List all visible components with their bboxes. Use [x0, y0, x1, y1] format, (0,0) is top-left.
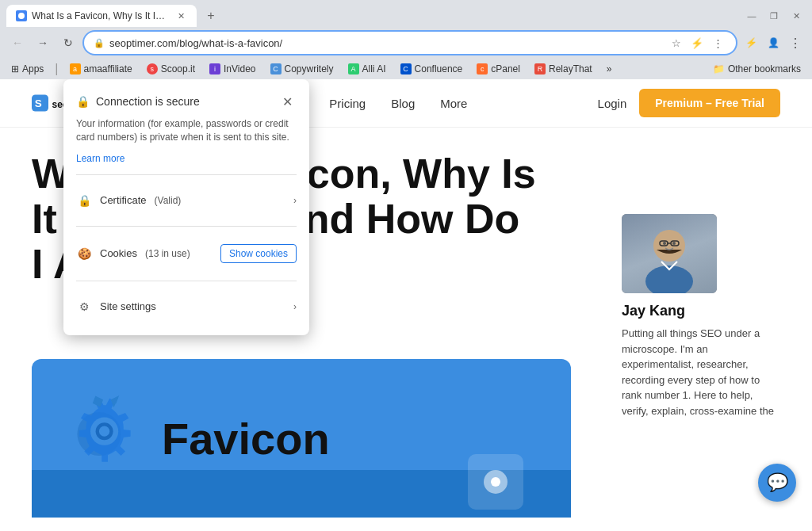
tab-bar: What Is a Favicon, Why Is It Imp... ✕ + … — [0, 0, 812, 27]
login-link[interactable]: Login — [598, 97, 627, 110]
bookmark-scoopit[interactable]: s Scoop.it — [142, 62, 200, 76]
address-bar-row: ← → ↻ 🔒 seoptimer.com/blog/what-is-a-fav… — [0, 27, 812, 60]
popup-certificate-left: 🔒 Certificate (Valid) — [76, 193, 181, 208]
certificate-icon: 🔒 — [76, 193, 92, 208]
folder-icon: 📁 — [713, 63, 725, 74]
tab-close-button[interactable]: ✕ — [174, 10, 187, 22]
toolbar-icons: ⚡ 👤 ⋮ — [741, 32, 806, 53]
certificate-value: (Valid) — [155, 195, 182, 206]
cpanel-label: cPanel — [491, 63, 520, 74]
bookmarks-separator: | — [55, 62, 58, 76]
site-settings-label: Site settings — [100, 300, 156, 312]
amaaffiliate-label: amaaffiliate — [84, 63, 132, 74]
site-settings-arrow-icon: › — [293, 301, 297, 312]
copywritely-label: Copywritely — [285, 63, 334, 74]
bookmark-star-icon[interactable]: ☆ — [668, 34, 685, 52]
active-tab[interactable]: What Is a Favicon, Why Is It Imp... ✕ — [6, 5, 197, 27]
nav-blog[interactable]: Blog — [391, 97, 415, 110]
apps-grid-icon: ⊞ — [11, 63, 19, 74]
bookmarks-more-label: » — [607, 63, 612, 74]
bookmarks-more-button[interactable]: » — [602, 62, 617, 76]
address-icons: ☆ ⚡ ⋮ — [668, 34, 726, 52]
popup-header: 🔒 Connection is secure ✕ — [76, 92, 297, 111]
chat-bubble[interactable]: 💬 — [758, 464, 796, 502]
svg-point-0 — [18, 13, 25, 19]
window-controls: — ❐ ✕ — [742, 6, 806, 25]
popup-cookies-item[interactable]: 🍪 Cookies (13 in use) Show cookies — [76, 236, 297, 271]
bookmark-copywritely[interactable]: C Copywritely — [266, 62, 339, 76]
popup-description: Your information (for example, passwords… — [76, 117, 297, 144]
security-popup: 🔒 Connection is secure ✕ Your informatio… — [63, 79, 309, 335]
premium-button[interactable]: Premium – Free Trial — [639, 89, 780, 117]
minimize-button[interactable]: — — [742, 6, 761, 25]
popup-title-row: 🔒 Connection is secure — [76, 95, 200, 108]
restore-button[interactable]: ❐ — [764, 6, 783, 25]
certificate-arrow-icon: › — [293, 195, 297, 206]
relaythat-favicon: R — [534, 63, 546, 74]
more-options-icon[interactable]: ⋮ — [709, 34, 726, 52]
new-tab-button[interactable]: + — [200, 5, 222, 27]
chrome-menu-icon[interactable]: ⋮ — [785, 32, 806, 53]
popup-divider — [76, 174, 297, 175]
invideo-label: InVideo — [224, 63, 255, 74]
close-window-button[interactable]: ✕ — [787, 6, 806, 25]
confluence-label: Confluence — [415, 63, 463, 74]
bookmark-alliai[interactable]: A Alli AI — [343, 62, 391, 76]
perf-icon[interactable]: ⚡ — [688, 34, 706, 52]
tab-favicon — [16, 10, 27, 21]
popup-learn-more-link[interactable]: Learn more — [76, 153, 124, 164]
site-actions: Login Premium – Free Trial — [598, 89, 780, 117]
apps-label: Apps — [22, 63, 44, 74]
bookmark-confluence[interactable]: C Confluence — [396, 62, 468, 76]
relaythat-label: RelayThat — [549, 63, 592, 74]
author-photo — [622, 214, 717, 293]
author-sidebar: Jay Kang Putting all things SEO under a … — [622, 214, 780, 418]
popup-close-button[interactable]: ✕ — [278, 92, 297, 111]
popup-site-settings-left: ⚙ Site settings — [76, 299, 156, 315]
bookmark-amaaffiliate[interactable]: a amaaffiliate — [65, 62, 137, 76]
nav-pricing[interactable]: Pricing — [329, 97, 366, 110]
scoopit-favicon: s — [147, 63, 158, 74]
bookmarks-bar: ⊞ Apps | a amaaffiliate s Scoop.it i InV… — [0, 60, 812, 79]
back-button[interactable]: ← — [6, 32, 29, 54]
address-bar[interactable]: 🔒 seoptimer.com/blog/what-is-a-favicon/ … — [82, 30, 737, 55]
favicon-icon-bottom — [468, 454, 523, 510]
show-cookies-button[interactable]: Show cookies — [220, 244, 297, 263]
svg-point-13 — [672, 242, 676, 245]
popup-site-settings-item[interactable]: ⚙ Site settings › — [76, 291, 297, 323]
scoopit-label: Scoop.it — [161, 63, 195, 74]
popup-divider2 — [76, 226, 297, 227]
alliai-favicon: A — [348, 63, 359, 74]
cookies-value: (13 in use) — [145, 248, 190, 259]
other-bookmarks[interactable]: 📁 Other bookmarks — [708, 62, 806, 76]
cookies-icon: 🍪 — [76, 246, 92, 262]
amaaffiliate-favicon: a — [70, 63, 81, 74]
confluence-favicon: C — [400, 63, 412, 74]
forward-button[interactable]: → — [32, 32, 54, 54]
lock-icon: 🔒 — [94, 38, 105, 48]
bookmark-cpanel[interactable]: c cPanel — [472, 62, 525, 76]
svg-point-12 — [663, 242, 666, 245]
bookmark-invideo[interactable]: i InVideo — [205, 62, 260, 76]
site-settings-icon: ⚙ — [76, 299, 92, 315]
chat-icon: 💬 — [767, 472, 788, 493]
cpanel-favicon: c — [477, 63, 488, 74]
copywritely-favicon: C — [270, 63, 282, 74]
popup-cookies-left: 🍪 Cookies (13 in use) — [76, 246, 190, 262]
favicon-card-label: Favicon — [162, 413, 330, 464]
extensions-icon[interactable]: ⚡ — [741, 32, 761, 53]
svg-point-6 — [99, 426, 109, 437]
bookmark-apps[interactable]: ⊞ Apps — [6, 62, 48, 76]
secure-icon: 🔒 — [76, 95, 90, 108]
page-wrapper: 🔒 Connection is secure ✕ Your informatio… — [0, 79, 812, 518]
popup-title: Connection is secure — [96, 95, 200, 108]
address-text: seoptimer.com/blog/what-is-a-favicon/ — [109, 37, 663, 49]
bookmark-relaythat[interactable]: R RelayThat — [530, 62, 597, 76]
browser-chrome: What Is a Favicon, Why Is It Imp... ✕ + … — [0, 0, 812, 79]
popup-certificate-item[interactable]: 🔒 Certificate (Valid) › — [76, 185, 297, 216]
nav-more[interactable]: More — [440, 97, 467, 110]
profiles-icon[interactable]: 👤 — [763, 32, 783, 53]
certificate-label: Certificate — [100, 194, 147, 206]
reload-button[interactable]: ↻ — [57, 32, 79, 54]
favicon-gear-icon — [56, 395, 143, 482]
